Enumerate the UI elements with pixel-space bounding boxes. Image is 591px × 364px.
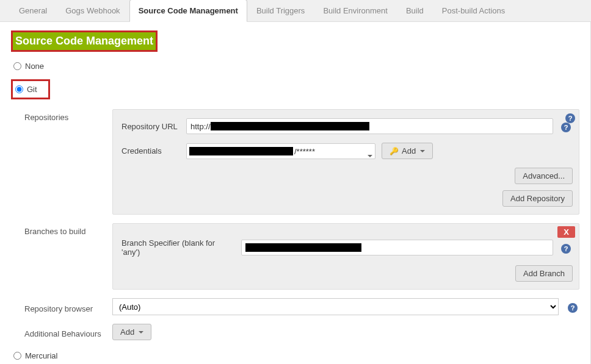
repositories-body: ? Repository URL http:// ? Credentials /… xyxy=(112,109,579,215)
branch-specifier-row: Branch Specifier (blank for 'any') ? xyxy=(121,238,573,257)
delete-branch-button[interactable]: X xyxy=(557,226,575,238)
credentials-add-button[interactable]: 🔑 Add xyxy=(382,143,433,159)
repositories-block: Repositories ? Repository URL http:// ? … xyxy=(24,109,579,215)
advanced-button[interactable]: Advanced... xyxy=(515,168,573,184)
branches-block: Branches to build X Branch Specifier (bl… xyxy=(24,223,579,290)
scm-git-radio[interactable] xyxy=(15,85,23,93)
add-repository-button[interactable]: Add Repository xyxy=(502,190,573,207)
credentials-select[interactable]: /****** xyxy=(186,143,375,159)
additional-block: Additional Behaviours Add xyxy=(24,324,579,340)
help-icon[interactable]: ? xyxy=(568,303,578,313)
scm-git-row[interactable]: Git xyxy=(11,79,50,99)
repo-url-redacted xyxy=(211,122,369,130)
tab-source-code-management[interactable]: Source Code Management xyxy=(129,0,247,22)
scm-none-row[interactable]: None xyxy=(13,62,579,71)
branches-body: X Branch Specifier (blank for 'any') ? A… xyxy=(112,223,579,290)
credentials-redacted xyxy=(189,147,293,155)
repo-browser-label: Repository browser xyxy=(24,301,105,313)
repositories-group-label: Repositories xyxy=(24,109,105,215)
repo-url-input[interactable]: http:// xyxy=(186,118,553,134)
scm-mercurial-radio[interactable] xyxy=(13,352,21,360)
additional-add-button[interactable]: Add xyxy=(112,324,151,340)
branches-group-label: Branches to build xyxy=(24,223,105,290)
branch-specifier-redacted xyxy=(245,243,361,252)
tab-general[interactable]: General xyxy=(10,0,56,21)
credentials-row: Credentials /****** 🔑 Add xyxy=(121,143,573,159)
tab-build[interactable]: Build xyxy=(397,0,433,21)
branch-specifier-label: Branch Specifier (blank for 'any') xyxy=(121,238,235,257)
repo-url-label: Repository URL xyxy=(121,122,180,131)
credentials-label: Credentials xyxy=(121,146,180,155)
tab-gogs-webhook[interactable]: Gogs Webhook xyxy=(56,0,129,21)
additional-label: Additional Behaviours xyxy=(24,326,105,338)
additional-body: Add xyxy=(112,324,579,340)
repo-browser-block: Repository browser (Auto) ? xyxy=(24,298,579,315)
scm-none-radio[interactable] xyxy=(13,62,21,70)
scm-mercurial-label: Mercurial xyxy=(25,351,57,360)
tab-post-build-actions[interactable]: Post-build Actions xyxy=(433,0,514,21)
tab-build-triggers[interactable]: Build Triggers xyxy=(247,0,314,21)
config-tabs: General Gogs Webhook Source Code Managem… xyxy=(0,0,591,22)
repo-url-row: Repository URL http:// ? xyxy=(121,118,573,134)
credentials-visible-text: /****** xyxy=(294,147,315,156)
scm-none-label: None xyxy=(25,62,44,71)
repo-url-prefix: http:// xyxy=(190,122,211,131)
branch-specifier-input[interactable] xyxy=(241,240,553,255)
additional-add-label: Add xyxy=(120,327,134,337)
repo-browser-body: (Auto) xyxy=(112,298,559,315)
help-icon[interactable]: ? xyxy=(561,244,571,254)
key-icon: 🔑 xyxy=(390,147,399,155)
scm-git-label: Git xyxy=(27,85,37,94)
add-branch-button[interactable]: Add Branch xyxy=(515,265,573,282)
credentials-add-label: Add xyxy=(402,146,416,155)
content-area: Source Code Management None Git Reposito… xyxy=(0,22,591,364)
repo-browser-select[interactable]: (Auto) xyxy=(112,298,559,315)
chevron-down-icon xyxy=(139,331,143,334)
tab-build-environment[interactable]: Build Environment xyxy=(314,0,397,21)
help-icon[interactable]: ? xyxy=(565,113,575,123)
help-icon[interactable]: ? xyxy=(561,123,571,132)
chevron-down-icon xyxy=(420,150,425,152)
section-title: Source Code Management xyxy=(11,30,158,52)
scm-mercurial-row[interactable]: Mercurial xyxy=(13,351,579,360)
chevron-down-icon xyxy=(368,155,372,157)
